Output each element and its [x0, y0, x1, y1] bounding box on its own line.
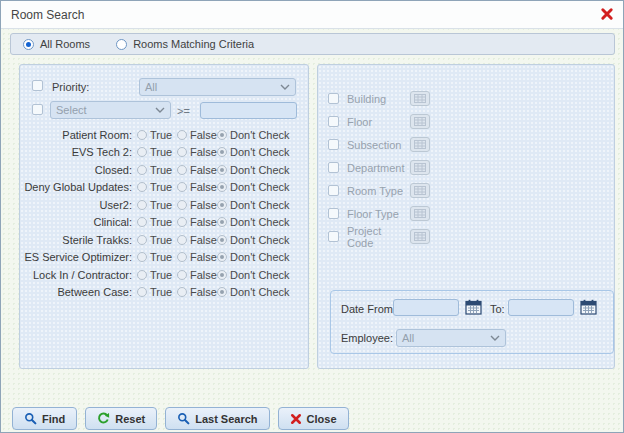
- radio-option-label: Don't Check: [230, 199, 290, 211]
- radio-false[interactable]: False: [177, 286, 217, 298]
- radio-don-t-check[interactable]: Don't Check: [217, 286, 290, 298]
- radio-button-icon: [137, 270, 147, 280]
- radio-false[interactable]: False: [177, 199, 217, 211]
- radio-option-label: Don't Check: [230, 129, 290, 141]
- radio-true[interactable]: True: [137, 234, 177, 246]
- radio-don-t-check[interactable]: Don't Check: [217, 199, 290, 211]
- room-search-dialog: Room Search All Rooms Rooms Matching Cri…: [0, 0, 624, 433]
- radio-button-icon: [217, 287, 227, 297]
- radio-button-icon: [137, 235, 147, 245]
- footer-button-bar: Find Reset Last Search Close: [12, 407, 349, 430]
- radio-true[interactable]: True: [137, 269, 177, 281]
- radio-don-t-check[interactable]: Don't Check: [217, 146, 290, 158]
- radio-false[interactable]: False: [177, 146, 217, 158]
- checkbox-department[interactable]: [328, 162, 339, 173]
- radio-rooms-matching-criteria-label: Rooms Matching Criteria: [133, 38, 254, 50]
- radio-option-label: True: [150, 199, 172, 211]
- radio-don-t-check[interactable]: Don't Check: [217, 251, 290, 263]
- radio-don-t-check[interactable]: Don't Check: [217, 181, 290, 193]
- radio-true[interactable]: True: [137, 251, 177, 263]
- radio-false[interactable]: False: [177, 216, 217, 228]
- radio-false[interactable]: False: [177, 129, 217, 141]
- lookup-list: Building Floor Subsection Department Roo…: [328, 87, 604, 248]
- tristate-row-label: Between Case:: [20, 286, 132, 298]
- radio-option-label: Don't Check: [230, 146, 290, 158]
- tristate-row-label: Patient Room:: [20, 129, 132, 141]
- radio-don-t-check[interactable]: Don't Check: [217, 216, 290, 228]
- radio-true[interactable]: True: [137, 286, 177, 298]
- radio-false[interactable]: False: [177, 164, 217, 176]
- date-from-input[interactable]: [393, 299, 459, 316]
- grid-icon: [414, 186, 426, 195]
- browse-button-floor[interactable]: [410, 114, 430, 129]
- radio-option-label: False: [190, 129, 217, 141]
- radio-button-icon: [177, 182, 187, 192]
- checkbox-project-code[interactable]: [328, 231, 339, 242]
- radio-don-t-check[interactable]: Don't Check: [217, 234, 290, 246]
- lookup-row: Floor Type: [328, 202, 604, 225]
- title-bar: Room Search: [1, 1, 623, 29]
- tristate-row: Clinical: TrueFalseDon't Check: [20, 214, 302, 232]
- radio-button-icon: [116, 39, 127, 50]
- reset-button[interactable]: Reset: [85, 407, 157, 430]
- browse-button-room-type[interactable]: [410, 183, 430, 198]
- compare-checkbox[interactable]: [32, 104, 43, 115]
- radio-true[interactable]: True: [137, 216, 177, 228]
- priority-checkbox[interactable]: [32, 80, 43, 91]
- radio-button-icon: [177, 130, 187, 140]
- find-button[interactable]: Find: [12, 407, 77, 430]
- tristate-options: TrueFalseDon't Check: [137, 216, 290, 228]
- radio-false[interactable]: False: [177, 251, 217, 263]
- employee-dropdown[interactable]: All: [396, 329, 506, 347]
- checkbox-floor[interactable]: [328, 116, 339, 127]
- radio-button-icon: [177, 165, 187, 175]
- radio-don-t-check[interactable]: Don't Check: [217, 269, 290, 281]
- date-to-calendar-icon[interactable]: [579, 299, 597, 316]
- radio-false[interactable]: False: [177, 269, 217, 281]
- radio-true[interactable]: True: [137, 181, 177, 193]
- radio-option-label: True: [150, 216, 172, 228]
- radio-option-label: Don't Check: [230, 269, 290, 281]
- checkbox-subsection[interactable]: [328, 139, 339, 150]
- browse-button-subsection[interactable]: [410, 137, 430, 152]
- magnifier-icon: [177, 412, 190, 425]
- radio-don-t-check[interactable]: Don't Check: [217, 164, 290, 176]
- radio-don-t-check[interactable]: Don't Check: [217, 129, 290, 141]
- lookup-label: Floor: [347, 116, 410, 128]
- radio-button-icon: [23, 39, 34, 50]
- radio-option-label: True: [150, 146, 172, 158]
- browse-button-department[interactable]: [410, 160, 430, 175]
- compare-field-dropdown[interactable]: Select: [50, 101, 171, 119]
- compare-value-input[interactable]: [200, 102, 297, 119]
- radio-all-rooms[interactable]: All Rooms: [23, 38, 90, 50]
- browse-button-floor-type[interactable]: [410, 206, 430, 221]
- radio-false[interactable]: False: [177, 181, 217, 193]
- radio-true[interactable]: True: [137, 129, 177, 141]
- browse-button-building[interactable]: [410, 91, 430, 106]
- close-icon[interactable]: [599, 6, 615, 22]
- employee-label: Employee:: [341, 332, 393, 344]
- radio-true[interactable]: True: [137, 199, 177, 211]
- radio-button-icon: [137, 165, 147, 175]
- refresh-icon: [97, 412, 110, 425]
- date-from-calendar-icon[interactable]: [464, 299, 482, 316]
- date-to-label: To:: [490, 303, 505, 315]
- browse-button-project-code[interactable]: [410, 229, 430, 244]
- checkbox-room-type[interactable]: [328, 185, 339, 196]
- radio-option-label: True: [150, 234, 172, 246]
- radio-true[interactable]: True: [137, 146, 177, 158]
- radio-false[interactable]: False: [177, 234, 217, 246]
- last-search-button[interactable]: Last Search: [165, 407, 269, 430]
- priority-dropdown[interactable]: All: [139, 78, 296, 96]
- tristate-row: Patient Room: TrueFalseDon't Check: [20, 126, 302, 144]
- lookup-row: Room Type: [328, 179, 604, 202]
- checkbox-floor-type[interactable]: [328, 208, 339, 219]
- radio-true[interactable]: True: [137, 164, 177, 176]
- radio-option-label: Don't Check: [230, 286, 290, 298]
- checkbox-building[interactable]: [328, 93, 339, 104]
- radio-rooms-matching-criteria[interactable]: Rooms Matching Criteria: [116, 38, 254, 50]
- close-button[interactable]: Close: [278, 407, 349, 430]
- date-to-input[interactable]: [508, 299, 574, 316]
- radio-button-icon: [217, 130, 227, 140]
- tristate-options: TrueFalseDon't Check: [137, 129, 290, 141]
